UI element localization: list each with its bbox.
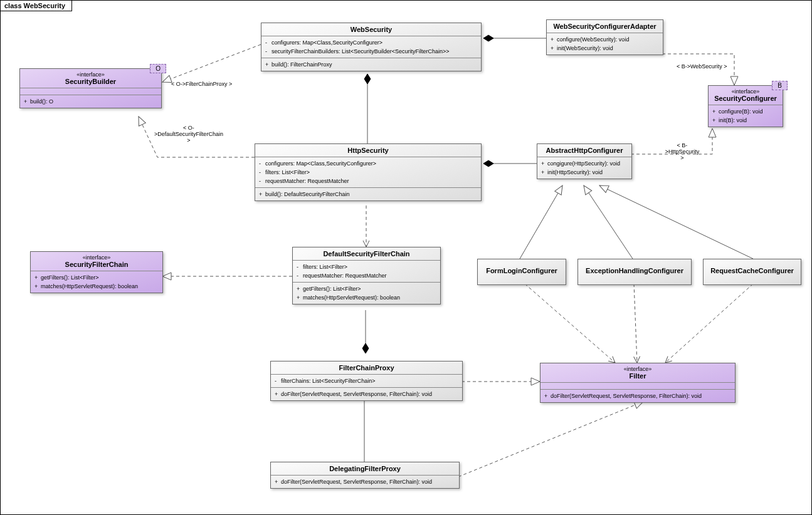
class-security-builder: O «interface»SecurityBuilder +build(): O [19,68,162,108]
class-delegating-filter-proxy: DelegatingFilterProxy +doFilter(ServletR… [270,462,460,489]
diagram-frame: class WebSecurity [0,0,812,515]
bind-label-3: < B->WebSecurity > [677,63,727,70]
tparam-b: B [772,81,788,90]
class-websecurity-configurer-adapter: WebSecurityConfigurerAdapter +configure(… [546,19,663,55]
frame-title: class WebSecurity [0,0,72,11]
bind-label-2: < O- >DefaultSecurityFilterChain > [145,125,233,143]
bind-label-4: < B- >HttpSecurity > [660,142,704,161]
bind-label-1: < O->FilterChainProxy > [171,81,232,87]
class-default-security-filter-chain: DefaultSecurityFilterChain -filters: Lis… [292,247,441,304]
class-exception-handling-configurer: ExceptionHandlingConfigurer [577,259,692,285]
frame-prefix: class [4,2,22,9]
class-web-security: WebSecurity -configurers: Map<Class,Secu… [261,23,482,71]
class-http-security: HttpSecurity -configurers: Map<Class,Sec… [255,143,482,201]
tparam-o: O [150,64,166,73]
class-request-cache-configurer: RequestCacheConfigurer [703,259,801,285]
class-security-filter-chain: «interface»SecurityFilterChain +getFilte… [30,251,163,293]
frame-name: WebSecurity [24,2,65,9]
class-security-configurer: B «interface»SecurityConfigurer +configu… [708,85,783,127]
class-form-login-configurer: FormLoginConfigurer [477,259,566,285]
class-abstract-http-configurer: AbstractHttpConfigurer +congigure(HttpSe… [537,143,632,179]
class-filter-chain-proxy: FilterChainProxy -filterChains: List<Sec… [270,361,463,401]
class-filter: «interface»Filter +doFilter(ServletReque… [540,363,736,403]
